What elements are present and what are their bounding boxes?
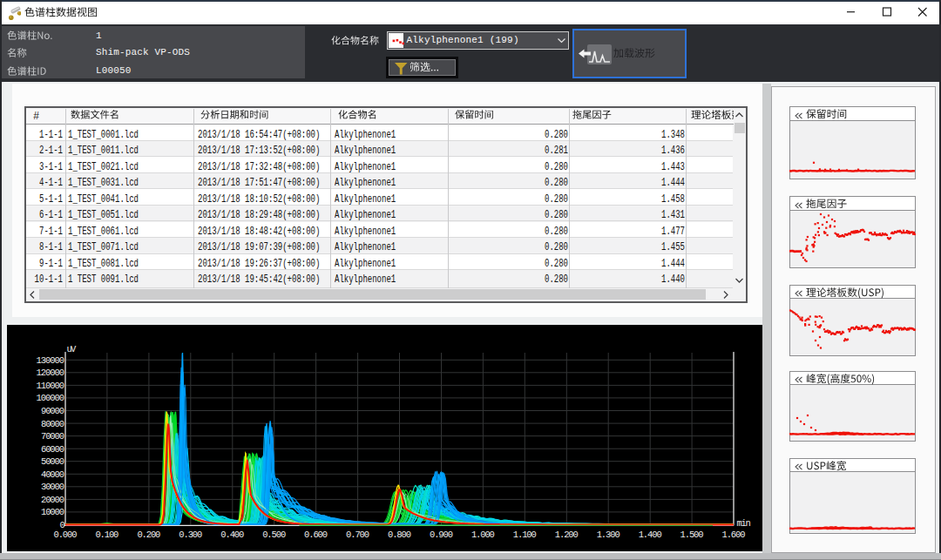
svg-text:0.500: 0.500 (262, 530, 286, 540)
svg-text:0.200: 0.200 (137, 530, 160, 540)
svg-text:20000: 20000 (41, 495, 64, 505)
svg-text:1.100: 1.100 (513, 530, 537, 540)
svg-text:1.000: 1.000 (471, 530, 495, 540)
svg-text:130000: 130000 (37, 355, 64, 366)
svg-text:0.900: 0.900 (430, 530, 453, 540)
svg-text:0.000: 0.000 (54, 530, 78, 540)
svg-text:0.800: 0.800 (388, 530, 411, 540)
svg-text:70000: 70000 (41, 431, 64, 442)
svg-text:90000: 90000 (41, 406, 64, 416)
svg-text:0.700: 0.700 (346, 530, 369, 540)
svg-text:0.300: 0.300 (179, 530, 202, 540)
svg-text:1.300: 1.300 (597, 530, 620, 540)
svg-text:120000: 120000 (37, 368, 64, 378)
svg-text:110000: 110000 (37, 381, 64, 391)
svg-text:min: min (737, 518, 751, 529)
svg-text:60000: 60000 (41, 444, 64, 455)
svg-text:1.600: 1.600 (722, 530, 746, 540)
svg-text:100000: 100000 (37, 393, 64, 403)
svg-text:1.400: 1.400 (639, 530, 662, 540)
svg-text:30000: 30000 (41, 482, 64, 492)
svg-text:50000: 50000 (41, 456, 64, 467)
svg-text:40000: 40000 (41, 469, 64, 480)
svg-text:0.600: 0.600 (304, 530, 328, 540)
svg-text:0.400: 0.400 (220, 530, 244, 540)
svg-text:uV: uV (67, 344, 77, 354)
svg-text:1.200: 1.200 (555, 530, 579, 540)
svg-text:10000: 10000 (41, 507, 64, 517)
svg-text:80000: 80000 (41, 419, 64, 429)
svg-text:1.500: 1.500 (680, 530, 704, 540)
svg-text:0.100: 0.100 (95, 530, 118, 540)
